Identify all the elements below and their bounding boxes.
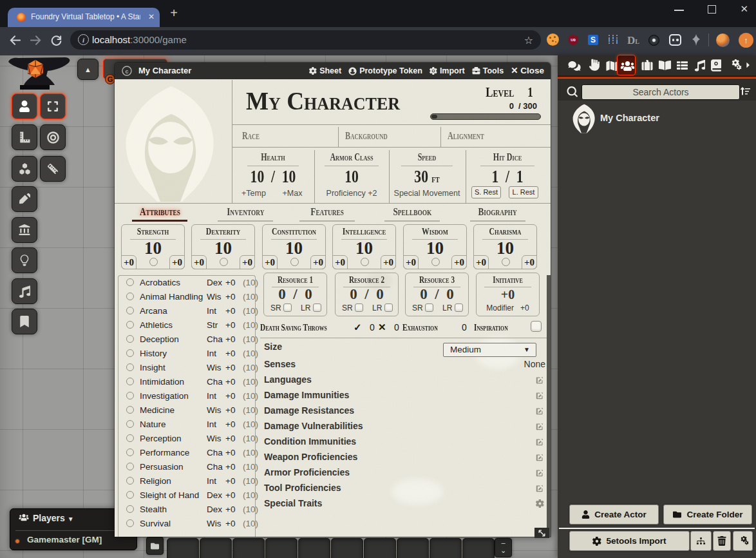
- svg-text:c: c: [125, 68, 128, 75]
- svg-text:U0: U0: [571, 38, 576, 42]
